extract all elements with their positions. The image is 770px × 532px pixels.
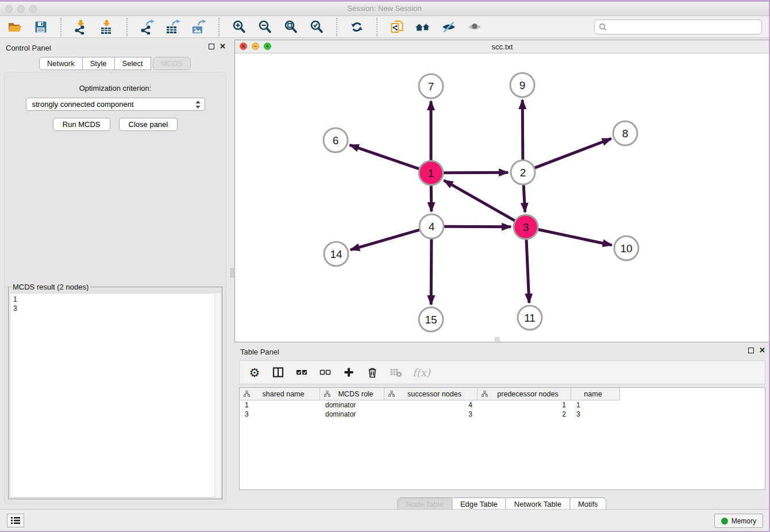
graph-node-label: 11 — [524, 312, 536, 324]
save-session-icon[interactable] — [33, 19, 49, 35]
export-image-icon[interactable] — [191, 19, 207, 35]
graph-edge-4-14[interactable] — [351, 230, 419, 250]
table-cell[interactable]: 3 — [571, 410, 620, 419]
graph-node-label: 8 — [622, 128, 629, 140]
graph-node-label: 7 — [428, 80, 434, 92]
hide-graphics-details-icon[interactable] — [441, 19, 457, 35]
mcds-panel-body: Optimization criterion: strongly connect… — [4, 72, 226, 504]
graph-edge-1-2[interactable] — [444, 172, 508, 173]
mcds-result-title: MCDS result (2 nodes) — [11, 283, 90, 291]
mcds-result-lines[interactable]: 13 — [10, 293, 221, 498]
table-cell[interactable]: 2 — [478, 410, 571, 419]
network-canvas[interactable]: 7968124314101511 — [235, 53, 769, 342]
panel-splitter[interactable] — [230, 40, 234, 509]
table-row[interactable]: 1dominator411 — [240, 400, 765, 410]
add-column-icon[interactable] — [342, 365, 356, 379]
close-panel-icon[interactable]: ✕ — [220, 44, 226, 49]
tab-network[interactable]: Network — [39, 57, 83, 70]
float-panel-icon[interactable] — [209, 44, 214, 49]
close-panel-button[interactable]: Close panel — [119, 118, 178, 131]
table-cell[interactable]: 4 — [384, 400, 478, 410]
show-columns-icon[interactable] — [271, 365, 285, 379]
table-header-row: shared nameMCDS rolesuccessor nodesprede… — [240, 388, 765, 400]
table-cell[interactable]: 1 — [240, 400, 320, 410]
open-session-icon[interactable] — [7, 19, 23, 35]
result-line: 1 — [13, 295, 217, 304]
search-input[interactable] — [610, 22, 757, 31]
zoom-fit-icon[interactable] — [283, 19, 299, 35]
table-cell[interactable]: 3 — [240, 410, 320, 419]
graph-edge-2-3[interactable] — [523, 185, 525, 212]
table-cell[interactable]: 3 — [384, 410, 478, 419]
first-neighbors-icon[interactable] — [415, 19, 431, 35]
task-history-button[interactable] — [7, 514, 24, 527]
float-table-panel-icon[interactable] — [748, 348, 754, 353]
graph-node-label: 6 — [333, 134, 339, 147]
table-cell[interactable]: 1 — [478, 400, 571, 410]
run-mcds-button[interactable]: Run MCDS — [53, 118, 110, 131]
column-header-predecessor-nodes[interactable]: predecessor nodes — [478, 388, 571, 400]
clone-network-icon[interactable] — [389, 19, 405, 35]
table-row[interactable]: 3dominator323 — [240, 410, 765, 419]
deselect-all-icon[interactable] — [318, 365, 332, 379]
function-builder-icon: f(x) — [413, 365, 430, 379]
graph-edge-4-3[interactable] — [444, 226, 511, 227]
tab-select[interactable]: Select — [114, 57, 151, 70]
node-table: shared nameMCDS rolesuccessor nodesprede… — [239, 387, 765, 490]
search-icon — [599, 23, 607, 31]
graph-edge-2-9[interactable] — [522, 100, 523, 160]
tab-style[interactable]: Style — [82, 57, 115, 70]
toolbar-separator — [376, 18, 378, 36]
export-table-icon[interactable] — [165, 19, 181, 35]
toolbar-separator — [218, 18, 220, 36]
memory-button[interactable]: Memory — [714, 514, 763, 528]
graph-node-label: 2 — [520, 167, 526, 179]
result-scrollbar[interactable] — [214, 293, 221, 498]
graph-edge-2-8[interactable] — [535, 138, 611, 168]
import-table-icon[interactable] — [99, 19, 115, 35]
network-graph: 7968124314101511 — [235, 53, 769, 342]
table-panel-header: Table Panel ✕ — [234, 344, 770, 360]
graph-edge-3-1[interactable] — [444, 180, 515, 221]
column-header-shared-name[interactable]: shared name — [240, 388, 320, 400]
table-toolbar: ⚙ f(x) — [239, 360, 765, 384]
table-settings-gear-icon[interactable]: ⚙ — [248, 365, 261, 379]
graph-edge-3-11[interactable] — [526, 240, 529, 303]
column-header-MCDS-role[interactable]: MCDS role — [320, 388, 384, 400]
list-icon — [10, 516, 21, 525]
import-network-icon[interactable] — [73, 19, 89, 35]
zoom-out-icon[interactable] — [257, 19, 273, 35]
zoom-selected-icon[interactable] — [309, 19, 325, 35]
table-cell[interactable]: dominator — [320, 400, 384, 410]
criterion-select[interactable]: strongly connected component — [26, 98, 205, 111]
control-panel-tabs: Network Style Select MCDS — [0, 57, 230, 70]
network-window-title: scc.txt — [235, 43, 769, 51]
graph-edge-3-10[interactable] — [538, 230, 612, 245]
zoom-in-icon[interactable] — [231, 19, 247, 35]
graph-edge-4-15[interactable] — [431, 239, 432, 304]
canvas-resize-handle[interactable] — [495, 337, 499, 341]
table-cell[interactable]: dominator — [320, 410, 384, 419]
table-panel-title: Table Panel — [240, 348, 279, 356]
toolbar-separator — [336, 18, 337, 36]
window-titlebar: Session: New Session — [0, 2, 769, 16]
tab-mcds[interactable]: MCDS — [153, 57, 191, 70]
close-table-panel-icon[interactable]: ✕ — [759, 348, 765, 353]
show-graphics-details-icon[interactable] — [467, 19, 483, 35]
graph-edge-1-6[interactable] — [350, 145, 419, 168]
delete-table-icon — [389, 365, 403, 379]
delete-column-icon[interactable] — [365, 365, 379, 379]
column-header-name[interactable]: name — [571, 388, 620, 400]
refresh-layout-icon[interactable] — [349, 19, 365, 35]
select-all-icon[interactable] — [295, 365, 309, 379]
graph-node-label: 10 — [620, 242, 632, 255]
toolbar-separator — [126, 18, 128, 36]
table-cell[interactable]: 1 — [571, 400, 620, 410]
export-network-icon[interactable] — [139, 19, 155, 35]
column-header-successor-nodes[interactable]: successor nodes — [384, 388, 478, 400]
graph-node-label: 9 — [519, 79, 526, 91]
splitter-grip[interactable] — [230, 268, 234, 277]
table-panel: Table Panel ✕ ⚙ — [234, 344, 770, 512]
memory-status-dot — [721, 518, 728, 525]
graph-node-label: 1 — [428, 167, 434, 179]
